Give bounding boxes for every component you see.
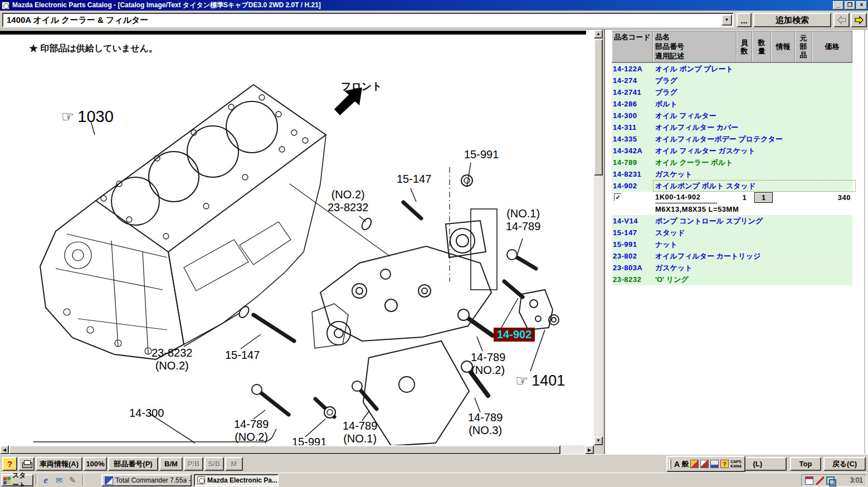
table-row[interactable]: 14-122Aオイル ポンプ プレート [612, 63, 852, 75]
scrollbar-corner [594, 445, 603, 454]
ref-label-1401[interactable]: ☞ 1401 [515, 372, 565, 389]
minimize-button[interactable]: _ [833, 1, 843, 9]
ie-icon: e [43, 475, 48, 486]
part-detail-row[interactable]: ✓ 1K00-14-902 1 1 340 [612, 192, 852, 203]
maximize-button[interactable]: ❐ [845, 1, 855, 9]
part-label-14-300[interactable]: 14-300 [129, 407, 164, 420]
zoom-level-button[interactable]: 100% [84, 457, 107, 471]
part-label-14-789-no2-left[interactable]: 14-789 (NO.2) [234, 418, 269, 444]
table-row[interactable]: 14-286ボルト [612, 98, 852, 110]
part-number-button[interactable]: 部品番号(P) [108, 457, 158, 471]
table-row[interactable]: 23-803Aガスケット [612, 262, 852, 274]
diagram-horizontal-scrollbar[interactable]: ◀ ▶ [0, 445, 594, 454]
quicklaunch-mail-icon[interactable]: ✉ [53, 475, 65, 486]
table-row[interactable]: 14-V14ポンプ コントロール スプリング [612, 215, 852, 227]
tray-network-icon[interactable] [826, 476, 835, 485]
part-label-14-789-no2-right[interactable]: 14-789 (NO.2) [471, 351, 505, 377]
system-tray: 3:01 [801, 474, 867, 486]
header-source-part: 元 部 品 [795, 31, 812, 62]
part-label-15-147[interactable]: 15-147 [397, 173, 431, 186]
m-button-disabled: M [225, 457, 243, 471]
more-button[interactable]: ... [737, 13, 752, 27]
close-button[interactable]: × [856, 1, 867, 9]
start-button[interactable]: スタート [1, 474, 33, 486]
vertical-scroll-thumb[interactable] [594, 39, 603, 176]
top-button[interactable]: Top [790, 457, 821, 471]
check-icon: ✓ [615, 194, 620, 201]
front-direction-label: フロント [341, 80, 382, 93]
table-row[interactable]: 14-274プラグ [612, 75, 852, 86]
part-checkbox[interactable]: ✓ [614, 193, 622, 201]
task-mazda-epc-active[interactable]: Mazda Electronic Pa... [194, 474, 279, 486]
search-bar: 1400A オイル クーラー & フィルター ▼ ... 追加検索 [0, 11, 868, 30]
part-number-link[interactable]: 1K00-14-902 [655, 192, 717, 203]
part-spec: M6X13,M8X35 L=53MM [655, 203, 739, 215]
task-total-commander[interactable]: Total Commander 7.55a -... [101, 474, 192, 486]
table-row[interactable]: 14-8231ガスケット [612, 168, 852, 180]
header-member-count: 員 数 [737, 31, 752, 62]
print-button[interactable] [18, 457, 35, 471]
ime-grip-handle[interactable] [669, 459, 671, 469]
ime-pad-icon[interactable] [710, 460, 719, 468]
part-label-14-902-highlighted[interactable]: 14-902 [494, 328, 535, 342]
section-combobox-value: 1400A オイル クーラー & フィルター [3, 14, 733, 26]
engine-diagram-drawing [0, 30, 594, 445]
table-row[interactable]: 15-991ナット [612, 238, 852, 250]
quantity-input[interactable]: 1 [754, 192, 773, 203]
additional-search-button[interactable]: 追加検索 [753, 13, 831, 27]
part-label-23-8232-no2-top[interactable]: (NO.2) 23-8232 [328, 188, 368, 214]
bm-button[interactable]: B/M [159, 457, 183, 471]
chevron-down-icon: ▼ [725, 17, 729, 22]
table-row[interactable]: 14-335オイルフィルターボデー プロテクター [612, 133, 852, 145]
combobox-dropdown-button[interactable]: ▼ [721, 14, 732, 26]
part-label-15-991[interactable]: 15-991 [464, 148, 499, 161]
back-button[interactable]: 戻る(C) [823, 457, 866, 471]
table-row[interactable]: 14-311オイルフィルター カバー [612, 121, 852, 133]
part-label-15-991-bottom[interactable]: 15-991 [292, 436, 326, 445]
table-row[interactable]: 14-789オイル クーラー ボルト [612, 157, 852, 168]
part-label-15-147-bottom[interactable]: 15-147 [225, 349, 260, 362]
section-combobox[interactable]: 1400A オイル クーラー & フィルター ▼ [2, 13, 734, 27]
part-label-14-789-no1-bottom[interactable]: 14-789 (NO.1) [343, 420, 377, 445]
diagram-canvas[interactable]: ★ 印部品は供給していません。 [0, 30, 594, 445]
taskbar-separator [36, 475, 37, 486]
table-row[interactable]: 23-8232'O' リング [612, 274, 852, 285]
ime-input-mode-icon[interactable]: A [674, 460, 680, 469]
caps-kana-indicator: CAPSKANA [730, 460, 742, 469]
part-label-23-8232-no2[interactable]: 23-8232 (NO.2) [152, 347, 192, 372]
panel-right-edge [864, 30, 865, 454]
mazda-app-icon [197, 476, 205, 484]
table-row[interactable]: 14-300オイル フィルター [612, 110, 852, 121]
table-row[interactable]: 14-2741プラグ [612, 86, 852, 98]
pencil-icon: ✎ [69, 475, 76, 485]
ime-pen-icon[interactable] [700, 460, 709, 468]
table-row-selected[interactable]: 14-902オイルポンプ ボルト スタッド [612, 180, 852, 192]
part-label-14-789-no3[interactable]: 14-789 (NO.3) [468, 411, 503, 437]
quicklaunch-pencil-icon[interactable]: ✎ [67, 475, 78, 486]
header-part-name-code: 品名コード [612, 31, 653, 62]
part-label-14-789-no1[interactable]: (NO.1) 14-789 [506, 207, 540, 233]
scroll-left-button[interactable]: ◀ [0, 445, 9, 454]
horizontal-scroll-thumb[interactable] [9, 445, 560, 454]
vehicle-info-button[interactable]: 車両情報(A) [36, 457, 82, 471]
nav-back-button[interactable] [833, 13, 850, 27]
parts-list-panel: 品名コード 品名 部品番号 適用記述 員 数 数 量 情報 元 部 品 価格 1… [605, 30, 868, 454]
part-spec-row: M6X13,M8X35 L=53MM [612, 203, 852, 215]
table-row[interactable]: 14-342Aオイル フィルター ガスケット [612, 145, 852, 157]
ime-palette-icon[interactable] [690, 460, 699, 468]
nav-forward-button[interactable] [851, 13, 867, 27]
ref-label-1030[interactable]: ☞ 1030 [61, 108, 114, 126]
tray-scheduler-icon[interactable] [805, 476, 813, 485]
table-row[interactable]: 23-802オイルフィルター カートリッジ [612, 250, 852, 262]
scroll-right-button[interactable]: ▶ [585, 445, 594, 454]
quicklaunch-ie-icon[interactable]: e [40, 475, 51, 486]
scroll-up-button[interactable]: ▲ [594, 30, 603, 38]
scroll-down-button[interactable]: ▼ [594, 436, 603, 445]
diagram-vertical-scrollbar[interactable]: ▲ ▼ [594, 30, 603, 445]
ime-toolbar[interactable]: A 般 ? CAPSKANA [666, 456, 745, 472]
help-button[interactable]: ? [2, 457, 17, 471]
table-row[interactable]: 15-147スタッド [612, 227, 852, 238]
ime-conversion-mode[interactable]: 般 [681, 459, 689, 469]
tray-pen-icon[interactable] [816, 476, 824, 485]
ime-help-icon[interactable]: ? [720, 460, 729, 468]
